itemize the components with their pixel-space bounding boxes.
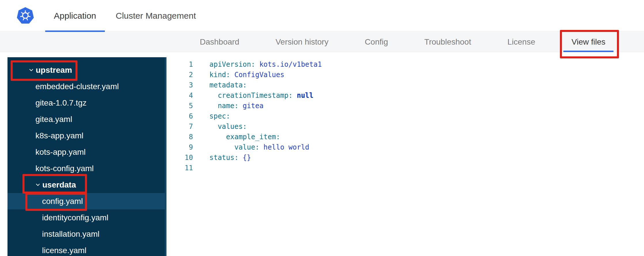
tree-file-kots-app-yaml[interactable]: kots-app.yaml: [7, 144, 166, 160]
line-number: 1: [166, 60, 193, 68]
tree-item-label: k8s-app.yaml: [35, 131, 84, 140]
line-number: 7: [166, 123, 193, 131]
file-tree: upstreamembedded-cluster.yamlgitea-1.0.7…: [7, 62, 166, 256]
tab-application[interactable]: Application: [45, 0, 105, 32]
line-number: 2: [166, 71, 193, 79]
tree-file-gitea-1-0-7-tgz[interactable]: gitea-1.0.7.tgz: [7, 95, 166, 111]
line-number: 11: [166, 164, 193, 172]
code-line: 11: [166, 163, 644, 173]
subnav-tab-version-history[interactable]: Version history: [268, 32, 337, 52]
code-text: metadata:: [209, 81, 247, 89]
code-text: spec:: [209, 112, 230, 120]
tree-file-embedded-cluster-yaml[interactable]: embedded-cluster.yaml: [7, 78, 166, 95]
tree-item-label: installation.yaml: [42, 230, 99, 239]
tab-cluster-management[interactable]: Cluster Management: [107, 0, 204, 32]
tree-file-license-yaml[interactable]: license.yaml: [7, 242, 166, 256]
tree-item-label: kots-config.yaml: [35, 164, 94, 173]
line-number: 4: [166, 91, 193, 100]
sub-nav: DashboardVersion historyConfigTroublesho…: [0, 32, 644, 52]
subnav-tab-troubleshoot[interactable]: Troubleshoot: [416, 32, 479, 52]
top-tabs: ApplicationCluster Management: [45, 0, 204, 32]
code-line: 5 name: gitea: [166, 101, 644, 111]
subnav-tab-license[interactable]: License: [499, 32, 543, 52]
code-line: 4 creationTimestamp: null: [166, 90, 644, 101]
tree-item-label: gitea-1.0.7.tgz: [35, 98, 86, 108]
line-number: 5: [166, 102, 193, 110]
code-text: status: {}: [209, 154, 251, 162]
code-line: 1apiVersion: kots.io/v1beta1: [166, 59, 644, 70]
tree-item-label: config.yaml: [42, 197, 83, 206]
line-number: 10: [166, 154, 193, 162]
code-text: values:: [209, 123, 247, 131]
chevron-down-icon: [29, 68, 36, 72]
subnav-tab-view-files[interactable]: View files: [563, 32, 613, 52]
line-number: 3: [166, 81, 193, 89]
tree-item-label: embedded-cluster.yaml: [35, 82, 119, 91]
code-text: kind: ConfigValues: [209, 71, 284, 79]
tree-file-installation-yaml[interactable]: installation.yaml: [7, 226, 166, 242]
code-line: 6spec:: [166, 111, 644, 121]
chevron-down-icon: [35, 182, 42, 187]
line-number: 6: [166, 112, 193, 120]
tree-item-label: identityconfig.yaml: [42, 213, 108, 222]
code-line: 3metadata:: [166, 80, 644, 90]
tree-file-identityconfig-yaml[interactable]: identityconfig.yaml: [7, 209, 166, 226]
code-text: example_item:: [209, 133, 280, 141]
tree-file-gitea-yaml[interactable]: gitea.yaml: [7, 111, 166, 127]
file-tree-sidebar: upstreamembedded-cluster.yamlgitea-1.0.7…: [7, 57, 166, 256]
code-line: 10status: {}: [166, 152, 644, 163]
tree-file-kots-config-yaml[interactable]: kots-config.yaml: [7, 160, 166, 177]
tree-file-k8s-app-yaml[interactable]: k8s-app.yaml: [7, 127, 166, 144]
subnav-tab-config[interactable]: Config: [357, 32, 396, 52]
tree-folder-upstream[interactable]: upstream: [7, 62, 166, 78]
code-line: 2kind: ConfigValues: [166, 70, 644, 80]
kubernetes-logo-icon: [16, 7, 35, 25]
code-text: creationTimestamp: null: [209, 91, 313, 100]
code-text: value: hello world: [209, 143, 309, 151]
code-line: 8 example_item:: [166, 132, 644, 142]
code-line: 9 value: hello world: [166, 142, 644, 152]
tree-folder-userdata[interactable]: userdata: [7, 177, 166, 193]
code-text: apiVersion: kots.io/v1beta1: [209, 60, 322, 68]
tree-file-config-yaml[interactable]: config.yaml: [7, 193, 166, 209]
line-number: 9: [166, 143, 193, 151]
code-text: name: gitea: [209, 102, 264, 110]
tree-item-label: upstream: [36, 66, 72, 75]
code-editor: 1apiVersion: kots.io/v1beta12kind: Confi…: [166, 57, 644, 256]
tree-item-label: kots-app.yaml: [35, 148, 86, 157]
tree-item-label: gitea.yaml: [35, 115, 72, 124]
tree-item-label: userdata: [42, 180, 76, 190]
code-line: 7 values:: [166, 121, 644, 132]
line-number: 8: [166, 133, 193, 141]
top-nav: ApplicationCluster Management: [0, 0, 644, 32]
subnav-tab-dashboard[interactable]: Dashboard: [192, 32, 247, 52]
tree-item-label: license.yaml: [42, 246, 86, 255]
